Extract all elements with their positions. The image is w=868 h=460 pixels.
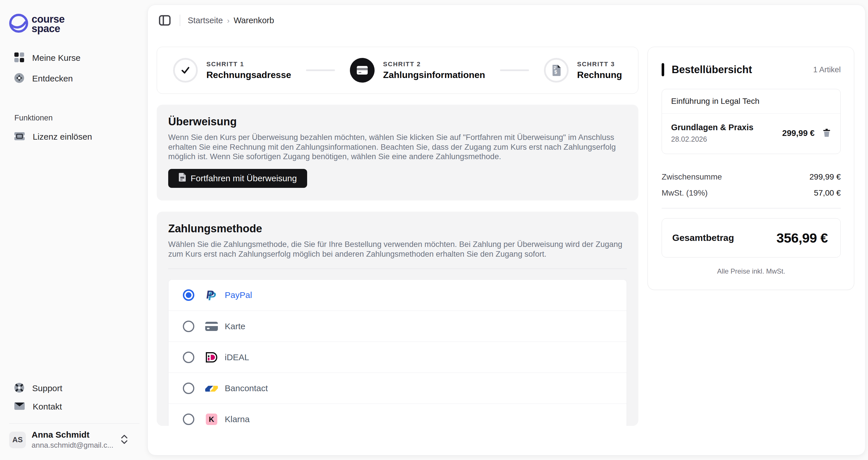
vat-row: MwSt. (19%) 57,00 € [662, 189, 841, 198]
subtotal-value: 299,99 € [809, 172, 841, 182]
radio-selected[interactable] [183, 289, 194, 301]
remove-item-button[interactable] [822, 128, 831, 139]
brand-logo[interactable]: course space [9, 14, 140, 34]
user-meta: Anna Schmidt anna.schmidt@gmail.c... [32, 430, 118, 450]
svg-text:K: K [209, 415, 214, 424]
brand-name: course space [32, 14, 65, 33]
order-item-name: Grundlagen & Praxis [671, 123, 753, 132]
sidebar-footer-nav: Support Kontakt [9, 379, 140, 416]
paypal-logo-icon: P P [205, 288, 218, 302]
svg-text:$: $ [554, 69, 557, 75]
payment-method-section: Zahlungsmethode Wählen Sie die Zahlungsm… [157, 211, 639, 426]
order-item-date: 28.02.2026 [671, 135, 753, 143]
user-email: anna.schmidt@gmail.c... [32, 441, 118, 450]
order-summary-title: Bestellübersicht [672, 64, 752, 76]
step-eyebrow: SCHRITT 3 [577, 61, 622, 68]
order-item-card: Einführung in Legal Tech Grundlagen & Pr… [662, 89, 841, 154]
payment-option-label: Bancontact [225, 384, 268, 393]
life-buoy-icon [14, 383, 24, 394]
sidebar-item-label: Kontakt [33, 402, 62, 412]
order-summary-header: Bestellübersicht 1 Artikel [662, 63, 841, 76]
chevrons-up-down-icon [121, 434, 128, 446]
radio-unselected[interactable] [183, 383, 194, 394]
grand-total-label: Gesamtbetrag [672, 233, 734, 243]
radio-unselected[interactable] [183, 352, 194, 363]
vat-value: 57,00 € [814, 189, 841, 198]
sidebar-item-label: Lizenz einlösen [33, 132, 92, 142]
order-item-course: Einführung in Legal Tech [662, 89, 840, 113]
payment-option-karte[interactable]: Karte [168, 310, 627, 341]
breadcrumb-home[interactable]: Startseite [188, 16, 223, 25]
order-item-price: 299,99 € [782, 129, 815, 138]
compass-icon [14, 73, 24, 84]
sidebar: course space Meine Kurse [0, 0, 148, 460]
checkout-stepper: SCHRITT 1 Rechnungsadresse SCHRITT [157, 47, 639, 94]
sidebar-item-kontakt[interactable]: Kontakt [9, 397, 140, 416]
step-title: Rechnung [577, 70, 622, 80]
tax-note: Alle Preise inkl. MwSt. [662, 267, 841, 275]
payment-options-list: P P PayPal [168, 279, 627, 426]
sidebar-item-label: Support [32, 384, 62, 393]
sidebar-item-lizenz-einloesen[interactable]: Lizenz einlösen [9, 127, 140, 147]
sidebar-feature-nav: Lizenz einlösen [9, 127, 140, 147]
radio-unselected[interactable] [183, 321, 194, 332]
user-menu[interactable]: AS Anna Schmidt anna.schmidt@gmail.c... [9, 423, 140, 450]
avatar: AS [9, 432, 26, 448]
payment-option-label: iDEAL [225, 353, 249, 362]
payment-option-klarna[interactable]: K Klarna [168, 403, 627, 426]
bank-transfer-section: Überweisung Wenn Sie den Kurs per Überwe… [157, 105, 639, 200]
step-rechnung: $ SCHRITT 3 Rechnung [544, 58, 622, 83]
continue-bank-transfer-button[interactable]: Fortfahren mit Überweisung [168, 169, 307, 188]
coursespace-logo-icon [9, 14, 28, 34]
vat-label: MwSt. (19%) [662, 189, 708, 198]
bank-transfer-title: Überweisung [168, 116, 627, 128]
payment-method-description: Wählen Sie die Zahlungsmethode, die Sie … [168, 239, 627, 259]
payment-option-label: Karte [225, 322, 245, 331]
grand-total-box: Gesamtbetrag 356,99 € [662, 218, 841, 258]
breadcrumb-current: Warenkorb [234, 16, 274, 25]
step-title: Zahlungsinformationen [383, 70, 485, 80]
step-done-check-icon [173, 58, 198, 83]
step-connector [500, 69, 529, 71]
sidebar-item-meine-kurse[interactable]: Meine Kurse [9, 47, 140, 68]
step-zahlungsinformationen: SCHRITT 2 Zahlungsinformationen [350, 58, 485, 83]
article-count-badge: 1 Artikel [813, 65, 841, 74]
sidebar-item-label: Meine Kurse [32, 53, 81, 63]
ticket-icon [14, 132, 25, 141]
radio-unselected[interactable] [183, 414, 194, 425]
payment-option-paypal[interactable]: P P PayPal [168, 280, 627, 310]
order-item-row: Grundlagen & Praxis 28.02.2026 299,99 € [662, 113, 840, 154]
sidebar-nav: Meine Kurse Entdecken [9, 47, 140, 89]
payment-option-label: Klarna [225, 415, 250, 424]
grand-total-value: 356,99 € [776, 230, 828, 246]
receipt-icon [179, 173, 186, 184]
chevron-right-icon: › [227, 17, 229, 25]
sidebar-spacer [9, 147, 140, 379]
sidebar-item-entdecken[interactable]: Entdecken [9, 68, 140, 89]
bancontact-logo-icon [205, 384, 218, 393]
mail-icon [14, 402, 25, 411]
step-eyebrow: SCHRITT 1 [206, 61, 291, 68]
sidebar-item-support[interactable]: Support [9, 379, 140, 397]
subtotal-row: Zwischensumme 299,99 € [662, 172, 841, 182]
section-divider [168, 268, 627, 269]
card-icon [205, 322, 218, 331]
payment-option-label: PayPal [225, 290, 252, 300]
user-name: Anna Schmidt [32, 430, 118, 440]
topbar-divider [180, 14, 180, 26]
step-credit-card-icon [350, 58, 375, 83]
step-invoice-icon: $ [544, 58, 569, 83]
klarna-logo-icon: K [205, 414, 218, 425]
order-totals: Zwischensumme 299,99 € MwSt. (19%) 57,00… [662, 172, 841, 198]
totals-divider [662, 208, 841, 208]
payment-option-ideal[interactable]: iDEAL [168, 341, 627, 372]
sidebar-item-label: Entdecken [32, 74, 73, 84]
sidebar-toggle-button[interactable] [157, 13, 172, 28]
sidebar-section-funktionen: Funktionen [14, 113, 140, 123]
payment-method-title: Zahlungsmethode [168, 223, 627, 235]
payment-option-bancontact[interactable]: Bancontact [168, 372, 627, 403]
grid-courses-icon [14, 53, 24, 63]
topbar: Startseite › Warenkorb [157, 13, 854, 28]
step-eyebrow: SCHRITT 2 [383, 61, 485, 68]
order-summary-column: Bestellübersicht 1 Artikel Einführung in… [648, 47, 854, 290]
